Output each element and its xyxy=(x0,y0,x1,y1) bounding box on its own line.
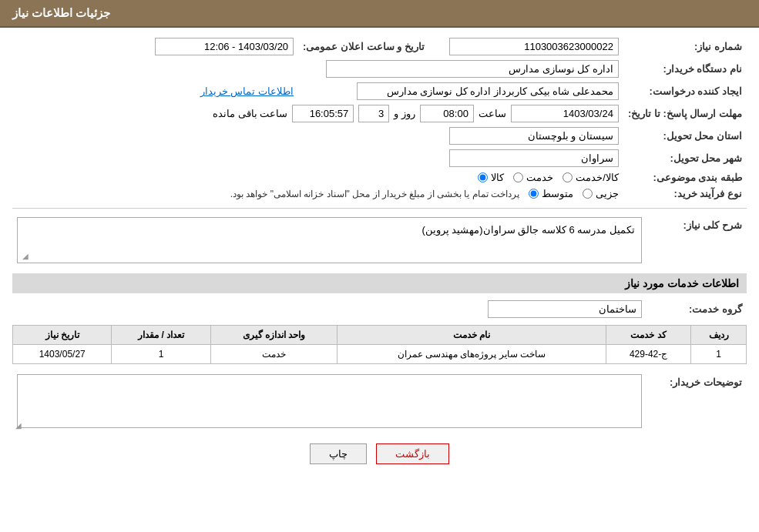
reply-date-input xyxy=(511,105,619,122)
purchase-jozii-radio[interactable] xyxy=(583,189,593,199)
col-unit: واحد اندازه گیری xyxy=(210,326,337,345)
table-cell-row_num: 1 xyxy=(691,345,747,364)
services-table: ردیف کد خدمت نام خدمت واحد اندازه گیری ت… xyxy=(12,325,747,364)
purchase-mottaset-radio[interactable] xyxy=(529,189,539,199)
notes-resize-handle: ◢ xyxy=(15,421,22,430)
purchase-jozii-option[interactable]: جزیی xyxy=(583,188,619,199)
col-quantity: تعداد / مقدار xyxy=(112,326,210,345)
purchase-jozii-label: جزیی xyxy=(596,188,619,199)
purchase-mottaset-label: متوسط xyxy=(542,188,573,199)
reply-remaining-input xyxy=(292,105,354,122)
category-kala-khedmat-label: کالا/خدمت xyxy=(576,172,619,183)
service-group-table: گروه خدمت: xyxy=(12,298,747,320)
page-wrapper: جزئیات اطلاعات نیاز شماره نیاز: تاریخ و … xyxy=(0,0,759,532)
page-title: جزئیات اطلاعات نیاز xyxy=(12,6,110,19)
category-kala-label: کالا xyxy=(491,172,504,183)
category-khedmat-option[interactable]: خدمت xyxy=(513,172,553,183)
reply-hours-label: ساعت باقی مانده xyxy=(213,108,287,119)
requester-input xyxy=(357,82,619,100)
reply-time-input xyxy=(420,105,474,122)
category-kala-option[interactable]: کالا xyxy=(478,172,504,183)
service-group-input xyxy=(488,300,642,318)
service-group-label: گروه خدمت: xyxy=(646,298,747,320)
category-kala-khedmat-option[interactable]: کالا/خدمت xyxy=(563,172,619,183)
back-button[interactable]: بازگشت xyxy=(376,443,449,464)
buyer-notes-textarea xyxy=(17,374,642,428)
category-kala-khedmat-radio[interactable] xyxy=(563,172,573,182)
table-row: 1ج-42-429ساخت سایر پروژه‌های مهندسی عمرا… xyxy=(13,345,747,364)
reply-days-label: روز و xyxy=(394,108,415,119)
buyer-notes-label: توضیحات خریدار: xyxy=(646,372,747,433)
purchase-note: پرداخت تمام یا بخشی از مبلغ خریدار از مح… xyxy=(230,189,519,199)
resize-handle: ◢ xyxy=(19,252,29,261)
col-date: تاریخ نیاز xyxy=(13,326,112,345)
reply-deadline-label: مهلت ارسال پاسخ: تا تاریخ: xyxy=(623,102,747,125)
table-cell-service_code: ج-42-429 xyxy=(606,345,691,364)
description-label: شرح کلی نیاز: xyxy=(646,215,747,266)
content-area: شماره نیاز: تاریخ و ساعت اعلان عمومی: نا… xyxy=(0,28,759,480)
province-label: استان محل تحویل: xyxy=(623,125,747,147)
services-section-header: اطلاعات خدمات مورد نیاز xyxy=(12,273,747,293)
description-table: شرح کلی نیاز: تکمیل مدرسه 6 کلاسه جالق س… xyxy=(12,215,747,266)
table-cell-quantity: 1 xyxy=(112,345,210,364)
category-kala-radio[interactable] xyxy=(478,172,488,182)
print-button[interactable]: چاپ xyxy=(310,443,367,464)
action-buttons-row: بازگشت چاپ xyxy=(12,443,747,464)
col-service-code: کد خدمت xyxy=(606,326,691,345)
buyer-notes-table: توضیحات خریدار: ◢ xyxy=(12,372,747,433)
announce-date-label: تاریخ و ساعت اعلان عمومی: xyxy=(298,35,429,58)
reply-days-input xyxy=(358,105,389,122)
purchase-type-label: نوع فرآیند خرید: xyxy=(623,186,747,202)
need-number-label: شماره نیاز: xyxy=(623,35,747,58)
description-box: تکمیل مدرسه 6 کلاسه جالق سراوان(مهشید پر… xyxy=(17,217,642,263)
table-cell-service_name: ساخت سایر پروژه‌های مهندسی عمران xyxy=(338,345,606,364)
city-input xyxy=(449,149,619,167)
need-number-input xyxy=(449,38,619,55)
contact-link[interactable]: اطلاعات تماس خریدار xyxy=(200,85,294,97)
province-input xyxy=(449,127,619,145)
category-label: طبقه بندی موضوعی: xyxy=(623,169,747,186)
table-cell-date: 1403/05/27 xyxy=(13,345,112,364)
org-name-input xyxy=(326,60,619,78)
reply-time-label: ساعت xyxy=(479,108,506,119)
basic-info-table: شماره نیاز: تاریخ و ساعت اعلان عمومی: نا… xyxy=(12,35,747,202)
requester-label: ایجاد کننده درخواست: xyxy=(623,80,747,102)
purchase-mottaset-option[interactable]: متوسط xyxy=(529,188,573,199)
description-text: تکمیل مدرسه 6 کلاسه جالق سراوان(مهشید پر… xyxy=(421,224,635,236)
announce-date-input xyxy=(155,38,294,55)
col-row-num: ردیف xyxy=(691,326,747,345)
category-khedmat-label: خدمت xyxy=(526,172,553,183)
table-cell-unit: خدمت xyxy=(210,345,337,364)
category-khedmat-radio[interactable] xyxy=(513,172,523,182)
org-name-label: نام دستگاه خریدار: xyxy=(623,58,747,80)
page-header: جزئیات اطلاعات نیاز xyxy=(0,0,759,28)
col-service-name: نام خدمت xyxy=(338,326,606,345)
city-label: شهر محل تحویل: xyxy=(623,147,747,169)
